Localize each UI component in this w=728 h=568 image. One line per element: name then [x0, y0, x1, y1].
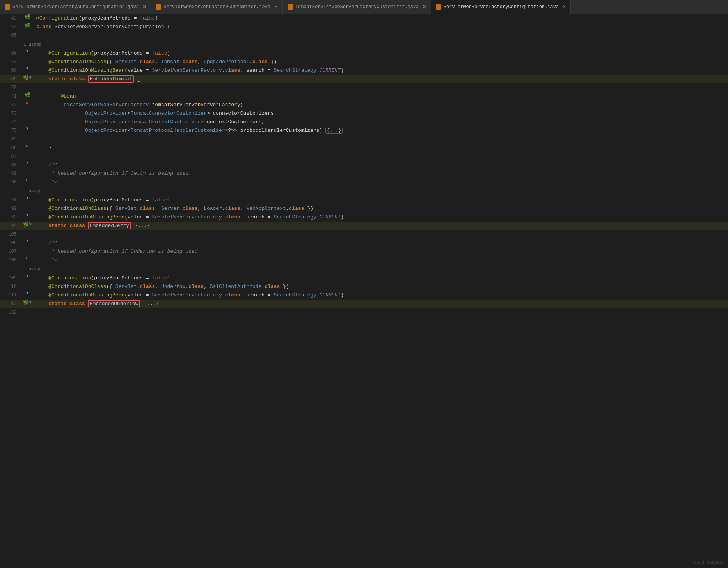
tab-close-3[interactable]: ×	[423, 4, 426, 10]
gutter-66: ▼	[21, 49, 33, 53]
gutter-88: ▼	[21, 161, 33, 165]
tab-close-4[interactable]: ×	[563, 4, 566, 10]
line-num-94: 94	[0, 222, 21, 230]
line-content-88: /**	[33, 161, 728, 169]
tab-label-2: ServletWebServerFactoryCustomizer.java	[163, 4, 270, 10]
fold-icon-91[interactable]: ▼	[26, 196, 28, 200]
fold-icon-106[interactable]: ▼	[26, 239, 28, 243]
gutter-71: 🌿	[21, 92, 33, 98]
line-num-64: 64	[0, 23, 21, 31]
line-content-63: @Configuration(proxyBeanMethods = false)	[33, 14, 728, 23]
line-num-111: 111	[0, 291, 21, 300]
code-line-108: 108 ▷ */	[0, 256, 728, 264]
code-line-94: 94 🌿 ▼ static class EmbeddedJetty {...}	[0, 222, 728, 230]
code-line-75: 75 ▼ ObjectProvider<TomcatProtocolHandle…	[0, 126, 728, 135]
line-num-93: 93	[0, 213, 21, 222]
fold-icon-69[interactable]: ▼	[29, 76, 31, 80]
line-content-68: @ConditionalOnMissingBean(value = Servle…	[33, 66, 728, 75]
usage-hint-91: 1 usage	[23, 186, 728, 196]
tab-label-1: ServletWebServerFactoryAutoConfiguration…	[12, 4, 139, 10]
code-line-71: 71 🌿 @Bean	[0, 92, 728, 101]
line-content-110: @ConditionalOnClass({ Servlet.class, Und…	[33, 282, 728, 291]
fold-icon-109[interactable]: ▼	[26, 274, 28, 278]
tab-servlet-customizer[interactable]: ServletWebServerFactoryCustomizer.java ×	[151, 0, 282, 14]
code-line-111: 111 ▼ @ConditionalOnMissingBean(value = …	[0, 291, 728, 300]
gutter-106: ▼	[21, 239, 33, 243]
gutter-86: ▷	[21, 144, 33, 148]
line-num-92: 92	[0, 204, 21, 213]
gutter-90: ▷	[21, 178, 33, 183]
gutter-68: ▼	[21, 66, 33, 71]
line-num-109: 109	[0, 274, 21, 282]
line-num-106: 106	[0, 239, 21, 247]
gutter-93: ▼	[21, 213, 33, 217]
code-line-110: 110 @ConditionalOnClass({ Servlet.class,…	[0, 282, 728, 291]
gutter-69: 🌿 ▼	[21, 75, 33, 81]
tab-bar: ServletWebServerFactoryAutoConfiguration…	[0, 0, 728, 14]
line-content-111: @ConditionalOnMissingBean(value = Servle…	[33, 291, 728, 300]
line-content-64: class ServletWebServerFactoryConfigurati…	[33, 23, 728, 31]
fold-icon-94[interactable]: ▼	[29, 222, 31, 227]
code-line-65: 65	[0, 31, 728, 40]
gutter-108: ▷	[21, 256, 33, 261]
line-content-106: /**	[33, 239, 728, 247]
tab-servlet-auto[interactable]: ServletWebServerFactoryAutoConfiguration…	[0, 0, 151, 14]
fold-icon-68[interactable]: ▼	[26, 66, 28, 71]
fold-icon-111[interactable]: ▼	[26, 291, 28, 295]
tab-close-1[interactable]: ×	[143, 4, 146, 10]
code-line-107: 107 * Nested configuration if Undertow i…	[0, 247, 728, 256]
code-line-70: 70	[0, 83, 728, 92]
fold-icon-93[interactable]: ▼	[26, 213, 28, 217]
leaf-icon-71: 🌿	[25, 92, 30, 98]
line-num-88: 88	[0, 161, 21, 169]
line-num-69: 69	[0, 75, 21, 83]
line-num-65: 65	[0, 31, 21, 40]
line-num-71: 71	[0, 92, 21, 101]
code-line-132: 132	[0, 308, 728, 317]
line-content-108: */	[33, 256, 728, 264]
tab-close-2[interactable]: ×	[274, 4, 277, 10]
fold-icon-112[interactable]: ▼	[29, 300, 31, 305]
line-num-85: 85	[0, 135, 21, 144]
fold-icon-88[interactable]: ▼	[26, 161, 28, 165]
line-num-66: 66	[0, 49, 21, 58]
line-content-86: }	[33, 144, 728, 152]
tab-label-4: ServletWebServerFactoryConfiguration.jav…	[444, 4, 559, 10]
line-num-63: 63	[0, 14, 21, 23]
code-line-87: 87	[0, 152, 728, 161]
line-num-112: 112	[0, 300, 21, 308]
code-container: 63 🌿 @Configuration(proxyBeanMethods = f…	[0, 14, 728, 568]
tab-tomcat-customizer[interactable]: TomcatServletWebServerFactoryCustomizer.…	[283, 0, 431, 14]
code-line-74: 74 ObjectProvider<TomcatContextCustomize…	[0, 118, 728, 126]
code-line-91: 91 ▼ @Configuration(proxyBeanMethods = f…	[0, 196, 728, 204]
fold-icon-75[interactable]: ▼	[26, 126, 28, 131]
line-num-74: 74	[0, 118, 21, 126]
code-line-67: 67 @ConditionalOnClass({ Servlet.class, …	[0, 58, 728, 66]
fold-icon-90[interactable]: ▷	[26, 178, 28, 183]
line-num-91: 91	[0, 196, 21, 204]
at-icon-72: @	[26, 101, 29, 105]
tab-servlet-config[interactable]: ServletWebServerFactoryConfiguration.jav…	[431, 0, 571, 14]
gutter-112: 🌿 ▼	[21, 300, 33, 305]
line-num-70: 70	[0, 83, 21, 92]
line-content-69: static class EmbeddedTomcat {	[33, 75, 728, 83]
line-content-71: @Bean	[33, 92, 728, 101]
line-num-90: 90	[0, 178, 21, 186]
code-line-109: 109 ▼ @Configuration(proxyBeanMethods = …	[0, 274, 728, 282]
line-content-107: * Nested configuration if Undertow is be…	[33, 247, 728, 256]
line-num-75: 75	[0, 126, 21, 135]
fold-icon-66[interactable]: ▼	[26, 49, 28, 53]
usage-hint-109: 1 usage	[23, 264, 728, 274]
line-num-110: 110	[0, 282, 21, 291]
line-num-68: 68	[0, 66, 21, 75]
leaf-icon-63: 🌿	[25, 14, 30, 20]
code-line-112: 112 🌿 ▼ static class EmbeddedUndertow {.…	[0, 300, 728, 308]
line-content-73: ObjectProvider<TomcatConnectorCustomizer…	[33, 109, 728, 118]
line-num-73: 73	[0, 109, 21, 118]
line-num-72: 72	[0, 101, 21, 109]
line-content-112: static class EmbeddedUndertow {...}	[33, 300, 728, 308]
line-content-75: ObjectProvider<TomcatProtocolHandlerCust…	[33, 126, 728, 135]
fold-icon-108[interactable]: ▷	[26, 256, 28, 261]
fold-icon-86[interactable]: ▷	[26, 144, 28, 148]
line-num-107: 107	[0, 247, 21, 256]
